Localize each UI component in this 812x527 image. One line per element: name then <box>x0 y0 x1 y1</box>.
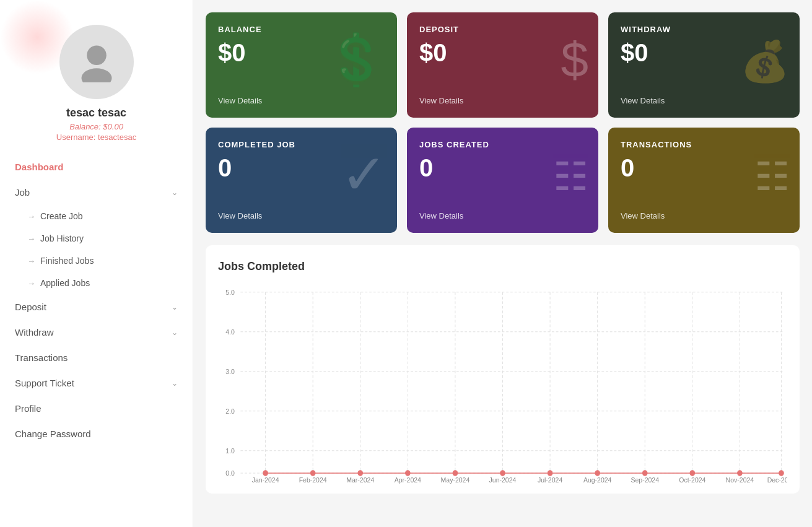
chevron-down-icon: ⌄ <box>172 379 178 388</box>
sidebar-item-transactions[interactable]: Transactions <box>10 345 183 370</box>
balance-view-details[interactable]: View Details <box>218 96 385 105</box>
transactions-card: TRANSACTIONS 0 ☷ View Details <box>608 128 800 233</box>
chart-area: .grid-line { stroke: #e0e0e0; stroke-wid… <box>218 285 787 484</box>
arrow-icon: → <box>27 279 35 288</box>
chevron-down-icon: ⌄ <box>172 188 178 197</box>
svg-text:Oct-2024: Oct-2024 <box>679 476 705 484</box>
stats-cards-grid: BALANCE $0 💲 View Details DEPOSIT $0 $ V… <box>206 12 800 233</box>
chart-section: Jobs Completed .grid-line { stroke: #e0e… <box>206 245 800 494</box>
arrow-icon: → <box>27 234 35 243</box>
deposit-view-details[interactable]: View Details <box>419 96 586 105</box>
sidebar-item-withdraw[interactable]: Withdraw ⌄ <box>10 320 183 345</box>
wallet-icon: 💲 <box>325 35 387 85</box>
svg-text:May-2024: May-2024 <box>441 476 470 484</box>
sidebar-item-applied-jobs[interactable]: → Applied Jobs <box>10 272 183 294</box>
sidebar-item-change-password[interactable]: Change Password <box>10 421 183 446</box>
list-icon: ☷ <box>553 157 588 196</box>
main-content: BALANCE $0 💲 View Details DEPOSIT $0 $ V… <box>193 0 812 527</box>
arrow-icon: → <box>27 256 35 266</box>
completed-job-card: COMPLETED JOB 0 ✓ View Details <box>206 128 397 233</box>
user-balance: Balance: $0.00 <box>69 122 123 131</box>
dollar-icon: $ <box>561 35 589 85</box>
deposit-card: DEPOSIT $0 $ View Details <box>407 12 598 118</box>
chevron-down-icon: ⌄ <box>172 303 178 311</box>
withdraw-card-label: WITHDRAW <box>621 25 787 34</box>
svg-text:Jul-2024: Jul-2024 <box>538 476 562 484</box>
svg-text:2.0: 2.0 <box>225 407 235 415</box>
svg-text:Dec-2024: Dec-2024 <box>767 476 787 484</box>
svg-text:1.0: 1.0 <box>225 446 235 455</box>
sidebar-item-create-job[interactable]: → Create Job <box>10 205 183 227</box>
chevron-down-icon: ⌄ <box>172 328 178 337</box>
svg-text:Sep-2024: Sep-2024 <box>631 476 659 484</box>
svg-text:Feb-2024: Feb-2024 <box>299 476 327 484</box>
jobs-created-view-details[interactable]: View Details <box>419 211 586 220</box>
sidebar-item-support-ticket[interactable]: Support Ticket ⌄ <box>10 370 183 396</box>
jobs-created-card-label: JOBS CREATED <box>419 140 586 149</box>
checkmark-icon: ✓ <box>341 147 387 203</box>
svg-text:4.0: 4.0 <box>225 328 235 336</box>
withdraw-dollar-icon: 💰 <box>740 41 790 81</box>
svg-text:Mar-2024: Mar-2024 <box>346 476 374 484</box>
transactions-card-label: TRANSACTIONS <box>621 140 787 149</box>
svg-text:Jan-2024: Jan-2024 <box>252 476 279 484</box>
user-username: Username: tesactesac <box>56 133 136 142</box>
svg-text:Nov-2024: Nov-2024 <box>726 476 754 484</box>
sidebar-item-finished-jobs[interactable]: → Finished Jobs <box>10 250 183 272</box>
sidebar-item-profile[interactable]: Profile <box>10 396 183 421</box>
transaction-list-icon: ☷ <box>754 157 790 196</box>
user-name: tesac tesac <box>66 107 126 120</box>
avatar <box>59 25 134 99</box>
sidebar-item-deposit[interactable]: Deposit ⌄ <box>10 294 183 320</box>
transactions-view-details[interactable]: View Details <box>621 211 787 220</box>
svg-text:Jun-2024: Jun-2024 <box>489 476 517 484</box>
sidebar-item-dashboard[interactable]: Dashboard <box>10 154 183 180</box>
svg-text:0.0: 0.0 <box>225 469 235 477</box>
sidebar: tesac tesac Balance: $0.00 Username: tes… <box>0 0 193 527</box>
user-avatar-icon <box>75 39 118 85</box>
completed-job-view-details[interactable]: View Details <box>218 211 385 220</box>
svg-text:Apr-2024: Apr-2024 <box>395 476 421 484</box>
balance-card: BALANCE $0 💲 View Details <box>206 12 397 118</box>
svg-text:3.0: 3.0 <box>225 367 235 375</box>
jobs-created-card: JOBS CREATED 0 ☷ View Details <box>407 128 598 233</box>
sidebar-nav: Dashboard Job ⌄ → Create Job → Job Histo… <box>0 154 193 446</box>
svg-text:Aug-2024: Aug-2024 <box>583 476 612 484</box>
arrow-icon: → <box>27 212 35 221</box>
svg-text:5.0: 5.0 <box>225 288 235 296</box>
withdraw-card: WITHDRAW $0 💰 View Details <box>608 12 800 118</box>
svg-point-1 <box>81 68 111 82</box>
sidebar-item-job-history[interactable]: → Job History <box>10 227 183 250</box>
chart-title: Jobs Completed <box>218 260 787 273</box>
withdraw-view-details[interactable]: View Details <box>621 96 787 105</box>
svg-point-0 <box>87 46 107 66</box>
sidebar-item-job[interactable]: Job ⌄ <box>10 180 183 205</box>
jobs-completed-chart: .grid-line { stroke: #e0e0e0; stroke-wid… <box>218 285 787 484</box>
